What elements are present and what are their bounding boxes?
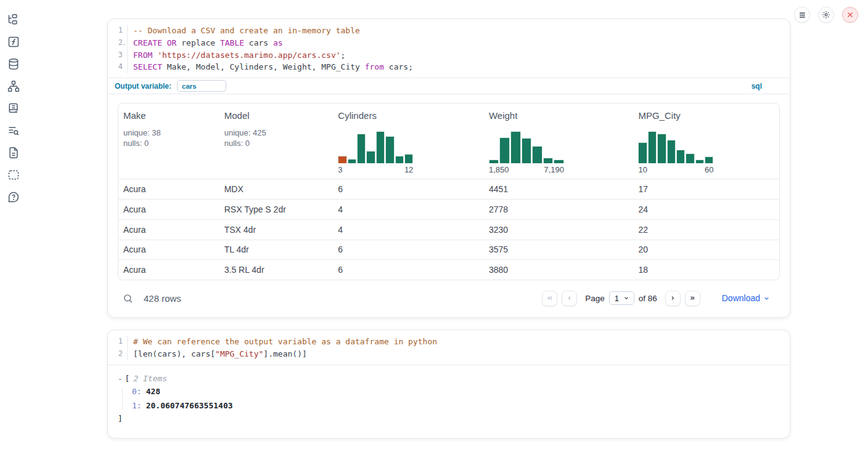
histogram-bar (705, 156, 713, 163)
sql-editor[interactable]: 12⌄34 -- Download a CSV and create an in… (108, 19, 790, 78)
table-cell: Acura (118, 265, 219, 275)
tree-item: 0:428 (132, 387, 780, 396)
table-cell: 24 (633, 204, 779, 214)
column-stats: unique: 425 nulls: 0 (224, 127, 329, 148)
close-button[interactable] (842, 7, 858, 23)
table-row[interactable]: Acura3.5 RL 4dr6388018 (118, 259, 779, 280)
histogram-bar (657, 134, 666, 163)
tree-item-value: 428 (146, 387, 160, 396)
table-row[interactable]: AcuraTSX 4dr4323022 (118, 219, 779, 240)
code-line: SELECT Make, Model, Cylinders, Weight, M… (133, 61, 790, 73)
table-row[interactable]: AcuraRSX Type S 2dr4277824 (118, 199, 779, 219)
next-page-button[interactable] (665, 291, 681, 306)
table-cell: Acura (118, 204, 219, 214)
code-line: CREATE OR replace TABLE cars as (133, 37, 790, 49)
column-label: Model (224, 110, 329, 121)
histogram-bar (695, 160, 704, 163)
table-cell: 6 (333, 184, 484, 194)
axis-max-label: 12 (404, 165, 413, 174)
weight-histogram: 1,8507,190 (489, 131, 564, 174)
histogram-bar (554, 160, 564, 163)
table-row[interactable]: AcuraTL 4dr6357520 (118, 240, 779, 260)
column-header-weight[interactable]: Weight 1,8507,190 (484, 103, 634, 179)
axis-max-label: 60 (705, 165, 713, 174)
output-variable-row: Output variable: cars sql (108, 78, 790, 94)
column-header-make[interactable]: Make unique: 38 nulls: 0 (118, 103, 219, 179)
file-tree-icon[interactable] (7, 14, 20, 26)
histogram-bar (338, 156, 346, 163)
python-code[interactable]: # We can reference the output variable a… (127, 336, 790, 360)
table-cell: 17 (633, 184, 779, 194)
column-stats: unique: 38 nulls: 0 (123, 127, 215, 148)
histogram-bar (510, 131, 521, 163)
page-select-value: 1 (615, 294, 619, 303)
first-page-button[interactable] (542, 291, 557, 306)
pagination: Page 1 of 86 Download (542, 291, 780, 306)
previous-page-button[interactable] (562, 291, 577, 306)
table-cell: RSX Type S 2dr (219, 204, 334, 214)
functions-icon[interactable] (7, 36, 20, 48)
mpg-city-histogram: 1060 (638, 131, 713, 174)
histogram-bar (489, 160, 499, 163)
download-button[interactable]: Download (718, 293, 774, 304)
menu-button[interactable] (794, 7, 810, 23)
last-page-button[interactable] (685, 291, 700, 306)
table-row[interactable]: AcuraMDX6445117 (118, 179, 779, 199)
code-line: -- Download a CSV and create an in-memor… (133, 25, 790, 37)
python-editor[interactable]: 12 # We can reference the output variabl… (108, 330, 790, 365)
histogram-bar (499, 137, 510, 163)
tree-collapse-chevron-icon[interactable]: ⌄ (118, 375, 123, 381)
table-cell: TL 4dr (219, 245, 334, 254)
tree-item-key: 1: (132, 401, 142, 410)
histogram-bar (532, 146, 542, 163)
left-sidebar (0, 0, 27, 449)
histogram-bar (348, 159, 356, 163)
table-cell: Acura (118, 184, 219, 194)
cylinders-histogram: 312 (338, 131, 413, 174)
table-cell: MDX (219, 184, 334, 194)
page-total-label: of 86 (639, 294, 657, 303)
axis-min-label: 10 (638, 165, 647, 174)
help-icon[interactable] (7, 191, 20, 203)
table-body: AcuraMDX6445117AcuraRSX Type S 2dr427782… (118, 179, 779, 280)
documentation-icon[interactable] (7, 147, 20, 159)
page-select[interactable]: 1 (609, 291, 634, 305)
table-cell: 2778 (484, 204, 634, 214)
stat-unique: unique: 425 (224, 127, 329, 138)
table-header: Make unique: 38 nulls: 0 Model unique: 4… (118, 103, 779, 179)
tree-item: 1:20.060747663551403 (132, 402, 780, 410)
fold-chevron-icon[interactable]: ⌄ (123, 38, 126, 50)
output-variable-input[interactable]: cars (177, 80, 226, 92)
table-cell: Acura (118, 225, 219, 235)
table-cell: 3230 (484, 225, 634, 235)
sql-code[interactable]: -- Download a CSV and create an in-memor… (127, 25, 790, 73)
column-header-model[interactable]: Model unique: 425 nulls: 0 (219, 103, 334, 179)
tree-root-row: ⌄ [ 2 Items (118, 374, 780, 383)
column-header-cylinders[interactable]: Cylinders 312 (333, 103, 484, 179)
table-cell: 4 (333, 225, 484, 235)
histogram-bar (676, 150, 685, 163)
histogram-bar (404, 154, 413, 163)
histogram-bar (667, 140, 676, 163)
histogram-bar (376, 131, 385, 163)
dependency-graph-icon[interactable] (7, 80, 20, 92)
table-cell: 3880 (484, 265, 634, 275)
tree-item-value: 20.060747663551403 (146, 401, 233, 410)
database-icon[interactable] (7, 58, 20, 70)
search-button[interactable] (118, 293, 133, 304)
output-variable-label: Output variable: (115, 82, 171, 91)
code-line: FROM 'https://datasets.marimo.app/cars.c… (133, 49, 790, 62)
search-logs-icon[interactable] (7, 124, 20, 137)
table-cell: Acura (118, 245, 219, 254)
histogram-bar (648, 131, 657, 163)
table-cell: 3.5 RL 4dr (219, 265, 334, 275)
histogram-bar (686, 153, 694, 163)
table-cell: 22 (633, 225, 779, 235)
stat-nulls: nulls: 0 (224, 138, 329, 148)
logs-icon[interactable] (7, 102, 20, 115)
snippets-icon[interactable] (7, 169, 20, 181)
axis-min-label: 1,850 (489, 165, 509, 174)
settings-button[interactable] (818, 7, 834, 23)
table-cell: 6 (333, 245, 484, 254)
column-header-mpg-city[interactable]: MPG_City 1060 (633, 103, 779, 179)
